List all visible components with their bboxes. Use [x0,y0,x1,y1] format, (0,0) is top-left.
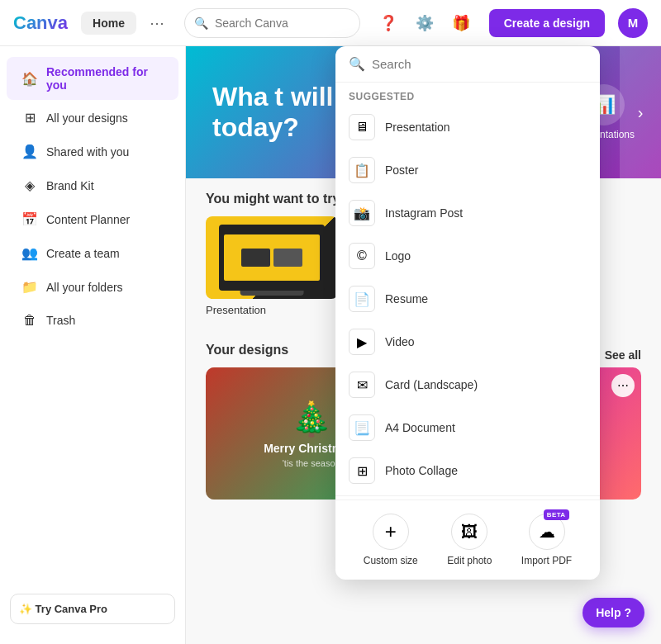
christmas-icon: 🎄 [291,400,332,438]
edit-photo-label: Edit photo [447,555,492,566]
edit-photo-action[interactable]: 🖼 Edit photo [437,510,502,570]
poster-icon: 📋 [349,157,375,183]
sidebar-item-planner[interactable]: 📅 Content Planner [7,203,178,235]
dropdown-item-logo[interactable]: © Logo [335,234,600,277]
presentation-icon: 🖥 [349,114,375,140]
resume-item-label: Resume [385,292,428,305]
create-design-button[interactable]: Create a design [489,9,605,37]
shared-icon: 👤 [21,144,38,159]
logo-text: Canva [13,12,68,34]
import-pdf-action[interactable]: ☁ BETA Import PDF [511,510,582,570]
beach-more-button[interactable]: ⋯ [611,374,635,397]
dropdown-item-card[interactable]: ✉ Card (Landscape) [335,363,600,406]
dropdown-item-instagram[interactable]: 📸 Instagram Post [335,192,600,234]
sidebar-item-label: All your designs [46,111,128,125]
resume-icon: 📄 [349,286,375,312]
presentation-item-label: Presentation [385,121,450,134]
sidebar-item-all-designs[interactable]: ⊞ All your designs [7,102,178,134]
try-card-presentation[interactable]: Presentation [206,216,338,316]
video-icon: ▶ [349,329,375,355]
search-dropdown: 🔍 Suggested 🖥 Presentation 📋 Poster 📸 In… [335,46,600,580]
folder-icon: 📁 [21,279,38,295]
header-icons: ❓ ⚙️ 🎁 Create a design M [373,8,648,38]
team-icon: 👥 [21,245,38,261]
logo-icon: © [349,243,375,269]
sidebar-item-label: Recommended for you [46,65,164,92]
sidebar-item-label: Create a team [46,247,120,260]
hero-scroll-right[interactable]: › [620,46,661,178]
settings-icon-button[interactable]: ⚙️ [410,8,440,38]
brand-icon: ◈ [21,178,38,193]
poster-item-label: Poster [385,163,418,177]
sidebar-item-label: Shared with you [46,145,129,159]
photo-collage-item-label: Photo Collage [385,464,458,477]
search-icon: 🔍 [194,17,208,30]
video-item-label: Video [385,335,415,348]
custom-size-label: Custom size [364,555,418,566]
sidebar-item-folders[interactable]: 📁 All your folders [7,271,178,303]
card-item-label: Card (Landscape) [385,378,478,391]
presentation-thumb [206,216,338,299]
dropdown-item-a4[interactable]: 📃 A4 Document [335,406,600,449]
dropdown-item-resume[interactable]: 📄 Resume [335,277,600,320]
dropdown-item-video[interactable]: ▶ Video [335,320,600,363]
dropdown-divider [335,495,600,496]
import-pdf-icon: ☁ BETA [529,514,565,550]
dropdown-item-photo-collage[interactable]: ⊞ Photo Collage [335,449,600,492]
laptop-screen [206,216,338,299]
sidebar-bottom: ✨ Try Canva Pro [0,584,185,634]
beta-badge: BETA [544,509,569,520]
custom-size-action[interactable]: + Custom size [354,510,428,570]
more-button[interactable]: ⋯ [143,11,171,36]
gift-icon-button[interactable]: 🎁 [446,8,476,38]
dropdown-item-poster[interactable]: 📋 Poster [335,149,600,192]
instagram-item-label: Instagram Post [385,206,463,220]
search-bar-wrapper: 🔍 [184,8,360,38]
logo-item-label: Logo [385,249,411,263]
presentation-label: Presentation [206,304,338,316]
dropdown-bottom: + Custom size 🖼 Edit photo ☁ BETA Import… [335,500,600,580]
avatar[interactable]: M [618,8,648,38]
dropdown-item-presentation[interactable]: 🖥 Presentation [335,106,600,149]
help-button[interactable]: Help ? [583,598,644,627]
dropdown-search-row: 🔍 [335,46,600,83]
suggested-label: Suggested [335,83,600,106]
custom-size-icon: + [373,514,409,550]
search-input[interactable] [184,8,360,38]
a4-item-label: A4 Document [385,421,455,434]
home-icon: 🏠 [21,71,38,87]
help-icon-button[interactable]: ❓ [373,8,403,38]
sidebar-item-label: Content Planner [46,213,130,226]
your-designs-title: Your designs [206,343,288,358]
logo: Canva [13,12,68,34]
see-all-link[interactable]: See all [605,348,641,362]
sidebar-item-recommended[interactable]: 🏠 Recommended for you [7,57,178,100]
import-pdf-label: Import PDF [521,555,572,566]
a4-icon: 📃 [349,414,375,441]
edit-photo-icon: 🖼 [451,514,487,550]
sidebar-item-label: All your folders [46,281,123,294]
sidebar-item-label: Brand Kit [46,179,94,192]
sidebar: 🏠 Recommended for you ⊞ All your designs… [0,46,186,644]
instagram-icon: 📸 [349,200,375,226]
trash-icon: 🗑 [21,313,38,328]
dropdown-search-input[interactable] [372,57,587,71]
grid-icon: ⊞ [21,110,38,125]
header: Canva Home ⋯ 🔍 ❓ ⚙️ 🎁 Create a design M [0,0,661,46]
card-icon: ✉ [349,372,375,398]
sidebar-item-trash[interactable]: 🗑 Trash [7,305,178,336]
sidebar-item-shared[interactable]: 👤 Shared with you [7,135,178,168]
dropdown-search-icon: 🔍 [349,56,365,72]
home-button[interactable]: Home [81,12,136,35]
try-pro-button[interactable]: ✨ Try Canva Pro [10,594,175,624]
sidebar-item-brand[interactable]: ◈ Brand Kit [7,169,178,201]
sidebar-item-label: Trash [46,314,75,327]
sidebar-item-team[interactable]: 👥 Create a team [7,237,178,269]
photo-collage-icon: ⊞ [349,457,375,484]
calendar-icon: 📅 [21,211,38,227]
